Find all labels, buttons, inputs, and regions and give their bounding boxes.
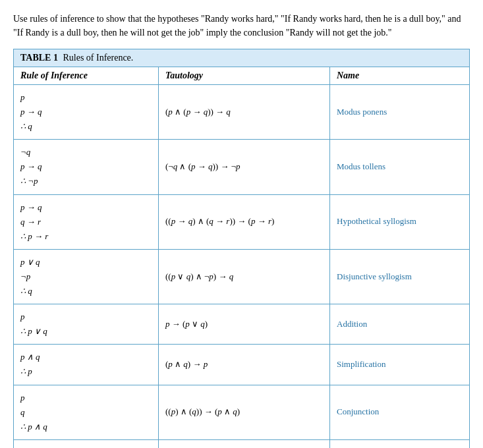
rule-line: p ∨ q xyxy=(20,445,46,448)
rule-line: p → q xyxy=(20,200,48,215)
table-row: p p → q ∴ q (p ∧ (p → q)) → q Modus pone… xyxy=(14,85,469,140)
rule-line: ¬q xyxy=(20,145,42,159)
rule-line: ∴ ¬p xyxy=(20,174,42,188)
rule-line: p ∧ q xyxy=(20,350,40,364)
rule-line: p xyxy=(20,90,42,105)
name-cell-addition: Addition xyxy=(330,304,469,344)
rule-line: p ∨ q xyxy=(20,255,40,269)
name-cell-modus-tollens: Modus tollens xyxy=(330,140,469,194)
rule-line: ∴ p → r xyxy=(20,229,48,244)
rule-cell-conjunction: p q ∴ p ∧ q xyxy=(14,385,159,439)
tautology-cell-resolution: ((p ∨ q) ∧ (¬p ∨ r)) → (q ∨ r) xyxy=(159,440,330,448)
tautology-cell-modus-ponens: (p ∧ (p → q)) → q xyxy=(159,85,330,139)
header-rule-of-inference: Rule of Inference xyxy=(14,67,159,84)
header-tautology: Tautology xyxy=(159,67,330,84)
table-description: Rules of Inference. xyxy=(63,53,133,63)
tautology-cell-simplification: (p ∧ q) → p xyxy=(159,345,330,384)
table-header-row: Rule of Inference Tautology Name xyxy=(14,67,469,85)
rules-table: TABLE 1 Rules of Inference. Rule of Infe… xyxy=(13,49,470,448)
table-row: p ∴ p ∨ q p → (p ∨ q) Addition xyxy=(14,304,469,345)
table-label: TABLE 1 xyxy=(20,53,58,63)
rule-line: ∴ p ∧ q xyxy=(20,420,47,434)
rule-line: p → q xyxy=(20,159,42,174)
table-row: p q ∴ p ∧ q ((p) ∧ (q)) → (p ∧ q) Conjun… xyxy=(14,385,469,440)
table-row: p → q q → r ∴ p → r ((p → q) ∧ (q → r)) … xyxy=(14,195,469,250)
table-row: p ∧ q ∴ p (p ∧ q) → p Simplification xyxy=(14,345,469,385)
rule-line: q → r xyxy=(20,215,48,229)
tautology-text: (p ∧ q) → p xyxy=(165,358,208,372)
rule-cell-addition: p ∴ p ∨ q xyxy=(14,304,159,344)
rule-name: Modus ponens xyxy=(337,105,387,119)
rule-name: Disjunctive syllogism xyxy=(337,270,412,284)
rule-name: Simplification xyxy=(337,358,385,372)
tautology-cell-hypothetical: ((p → q) ∧ (q → r)) → (p → r) xyxy=(159,195,330,249)
tautology-text: ((p ∨ q) ∧ ¬p) → q xyxy=(165,270,233,284)
name-cell-resolution: Resolution xyxy=(330,440,469,448)
tautology-cell-disjunctive: ((p ∨ q) ∧ ¬p) → q xyxy=(159,250,330,304)
tautology-cell-modus-tollens: (¬q ∧ (p → q)) → ¬p xyxy=(159,140,330,194)
rule-cell-hypothetical: p → q q → r ∴ p → r xyxy=(14,195,159,249)
rule-cell-modus-tollens: ¬q p → q ∴ ¬p xyxy=(14,140,159,194)
rule-line: ∴ p xyxy=(20,364,40,379)
tautology-cell-conjunction: ((p) ∧ (q)) → (p ∧ q) xyxy=(159,385,330,439)
rule-line: ∴ p ∨ q xyxy=(20,324,47,339)
intro-paragraph: Use rules of inference to show that the … xyxy=(13,12,470,40)
rule-line: ∴ q xyxy=(20,119,42,134)
tautology-text: (p ∧ (p → q)) → q xyxy=(165,105,231,119)
rule-line: ∴ q xyxy=(20,284,40,298)
rule-line: ¬p xyxy=(20,269,40,284)
name-cell-simplification: Simplification xyxy=(330,345,469,384)
tautology-text: (¬q ∧ (p → q)) → ¬p xyxy=(165,160,241,174)
rule-cell-disjunctive: p ∨ q ¬p ∴ q xyxy=(14,250,159,304)
name-cell-conjunction: Conjunction xyxy=(330,385,469,439)
rule-line: p → q xyxy=(20,105,42,119)
table-row: ¬q p → q ∴ ¬p (¬q ∧ (p → q)) → ¬p Modus … xyxy=(14,140,469,194)
table-title-row: TABLE 1 Rules of Inference. xyxy=(14,49,469,67)
header-name: Name xyxy=(330,67,469,84)
rule-line: p xyxy=(20,391,47,405)
rule-name: Modus tollens xyxy=(337,160,385,174)
tautology-text: ((p → q) ∧ (q → r)) → (p → r) xyxy=(165,215,274,229)
rule-cell-simplification: p ∧ q ∴ p xyxy=(14,345,159,384)
rule-name: Conjunction xyxy=(337,405,379,419)
tautology-text: ((p) ∧ (q)) → (p ∧ q) xyxy=(165,405,240,419)
rule-name: Hypothetical syllogism xyxy=(337,215,416,229)
name-cell-disjunctive: Disjunctive syllogism xyxy=(330,250,469,304)
tautology-cell-addition: p → (p ∨ q) xyxy=(159,304,330,344)
rule-cell-resolution: p ∨ q ¬p ∨ r ∴ q ∨ r xyxy=(14,440,159,448)
name-cell-modus-ponens: Modus ponens xyxy=(330,85,469,139)
table-row: p ∨ q ¬p ∨ r ∴ q ∨ r ((p ∨ q) ∧ (¬p ∨ r)… xyxy=(14,440,469,448)
rule-line: p xyxy=(20,310,47,324)
name-cell-hypothetical: Hypothetical syllogism xyxy=(330,195,469,249)
tautology-text: p → (p ∨ q) xyxy=(165,318,208,331)
rule-name: Addition xyxy=(337,318,367,331)
rule-line: q xyxy=(20,405,47,420)
rule-cell-modus-ponens: p p → q ∴ q xyxy=(14,85,159,139)
table-row: p ∨ q ¬p ∴ q ((p ∨ q) ∧ ¬p) → q Disjunct… xyxy=(14,250,469,304)
